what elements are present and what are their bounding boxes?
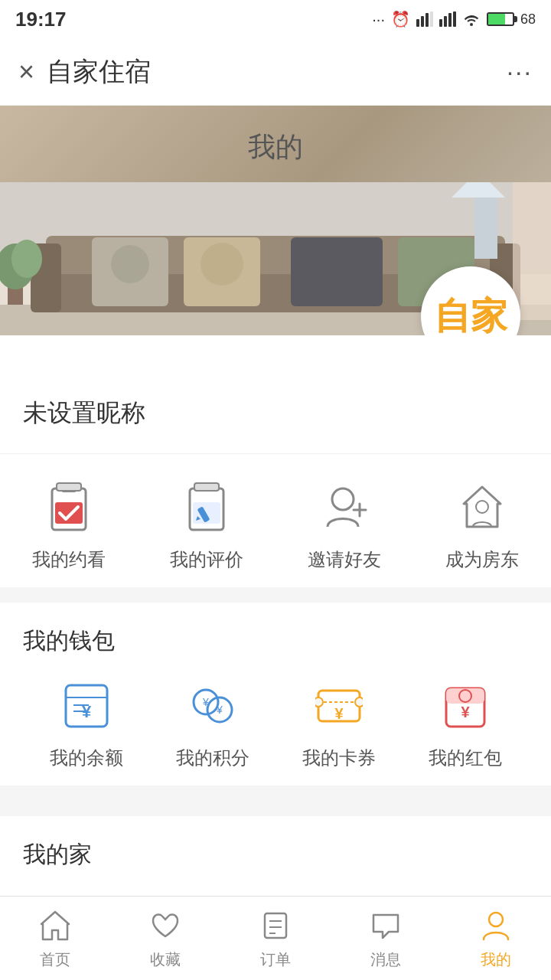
svg-point-88	[489, 913, 503, 926]
wallet-label-balance: 我的余额	[50, 746, 123, 770]
hero-label: 我的	[248, 129, 303, 166]
separator-1	[0, 587, 551, 603]
clipboard-check-icon	[38, 477, 99, 538]
tab-item-orders[interactable]: 订单	[220, 906, 331, 970]
wallet-title: 我的钱包	[23, 626, 528, 657]
wallet-voucher-icon: ¥	[308, 675, 370, 737]
nav-left: × 自家住宿	[18, 54, 151, 90]
signal-bar1-icon	[416, 11, 433, 27]
user-nickname: 未设置昵称	[23, 351, 528, 430]
svg-marker-83	[41, 912, 69, 939]
svg-marker-39	[464, 487, 500, 527]
svg-rect-0	[416, 19, 419, 27]
tab-label-messages: 消息	[370, 949, 401, 970]
home-title: 我的家	[0, 839, 551, 871]
tab-bar: 首页 收藏 订单 消息	[0, 896, 551, 980]
svg-rect-29	[57, 483, 81, 491]
heart-tab-icon	[146, 906, 184, 945]
quick-actions: 我的约看 我的评价 邀请好友	[0, 453, 551, 587]
svg-rect-5	[444, 16, 447, 27]
tab-label-home: 首页	[40, 949, 70, 970]
signal-dots-icon: ···	[372, 11, 385, 28]
action-label-my-review: 我的评价	[170, 547, 243, 572]
svg-rect-6	[448, 13, 452, 27]
signal-bar2-icon	[439, 11, 456, 27]
chat-tab-icon	[367, 906, 405, 945]
wallet-label-redpacket: 我的红包	[429, 746, 502, 770]
action-label-become-landlord: 成为房东	[445, 547, 519, 572]
alarm-icon: ⏰	[391, 10, 410, 28]
profile-section: 未设置昵称	[0, 335, 551, 453]
person-tab-icon	[477, 906, 515, 945]
wallet-item-points[interactable]: ¥ ¥ 我的积分	[149, 675, 276, 770]
wallet-grid: ¥ 我的余额 ¥ ¥ 我的积分	[23, 675, 528, 770]
wallet-balance-icon: ¥	[56, 675, 117, 737]
action-label-my-view: 我的约看	[32, 547, 106, 572]
more-button[interactable]: ···	[507, 57, 533, 87]
action-become-landlord[interactable]: 成为房东	[413, 477, 551, 572]
action-my-review[interactable]: 我的评价	[138, 477, 276, 572]
svg-rect-2	[425, 13, 429, 27]
home-tab-icon	[36, 906, 74, 945]
wallet-label-voucher: 我的卡券	[302, 746, 376, 770]
tab-item-profile[interactable]: 我的	[441, 906, 551, 970]
svg-point-20	[201, 243, 243, 286]
svg-rect-21	[474, 198, 497, 259]
svg-rect-7	[453, 11, 456, 27]
wallet-item-voucher[interactable]: ¥ 我的卡券	[276, 675, 402, 770]
tab-label-favorites: 收藏	[150, 949, 181, 970]
wallet-section: 我的钱包 ¥ 我的余额 ¥ ¥	[0, 603, 551, 786]
svg-point-25	[11, 240, 42, 278]
battery-level: 68	[520, 11, 536, 28]
action-invite-friend[interactable]: 邀请好友	[276, 477, 413, 572]
wallet-redpacket-icon: ¥	[435, 675, 496, 737]
svg-text:¥: ¥	[461, 704, 470, 720]
svg-point-53	[315, 697, 323, 707]
wallet-item-redpacket[interactable]: ¥ 我的红包	[402, 675, 528, 770]
status-icons: ··· ⏰ 68	[372, 10, 536, 28]
svg-rect-84	[265, 913, 286, 938]
tab-label-profile: 我的	[481, 949, 511, 970]
svg-text:¥: ¥	[216, 704, 223, 716]
svg-rect-26	[513, 182, 551, 320]
tab-item-home[interactable]: 首页	[0, 906, 110, 970]
wallet-label-points: 我的积分	[176, 746, 249, 770]
action-my-view[interactable]: 我的约看	[0, 477, 138, 572]
wallet-points-icon: ¥ ¥	[182, 675, 243, 737]
page-title: 自家住宿	[47, 54, 151, 90]
svg-text:¥: ¥	[334, 705, 344, 722]
svg-point-40	[476, 501, 488, 513]
svg-point-54	[355, 697, 363, 707]
tab-item-messages[interactable]: 消息	[331, 906, 441, 970]
house-person-icon	[452, 477, 513, 538]
wallet-item-balance[interactable]: ¥ 我的余额	[23, 675, 149, 770]
action-label-invite-friend: 邀请好友	[308, 547, 381, 572]
person-add-icon	[314, 477, 375, 538]
wifi-icon	[462, 12, 481, 26]
status-time: 19:17	[15, 8, 67, 31]
hero-section: 我的 自家	[0, 106, 551, 335]
svg-rect-17	[291, 237, 383, 306]
orders-tab-icon	[256, 906, 295, 945]
hero-avatar-text: 自家	[434, 292, 507, 335]
svg-rect-1	[421, 16, 424, 27]
svg-rect-32	[194, 483, 219, 491]
svg-text:¥: ¥	[202, 696, 209, 708]
status-bar: 19:17 ··· ⏰ 68	[0, 0, 551, 38]
clipboard-edit-icon	[176, 477, 237, 538]
top-nav: × 自家住宿 ···	[0, 38, 551, 106]
separator-2	[0, 786, 551, 801]
svg-point-36	[332, 488, 354, 510]
svg-rect-4	[439, 19, 442, 27]
svg-rect-3	[430, 11, 433, 27]
svg-point-19	[111, 245, 149, 283]
tab-label-orders: 订单	[260, 949, 291, 970]
close-button[interactable]: ×	[18, 56, 34, 88]
battery-icon	[487, 12, 514, 26]
tab-item-favorites[interactable]: 收藏	[110, 906, 220, 970]
